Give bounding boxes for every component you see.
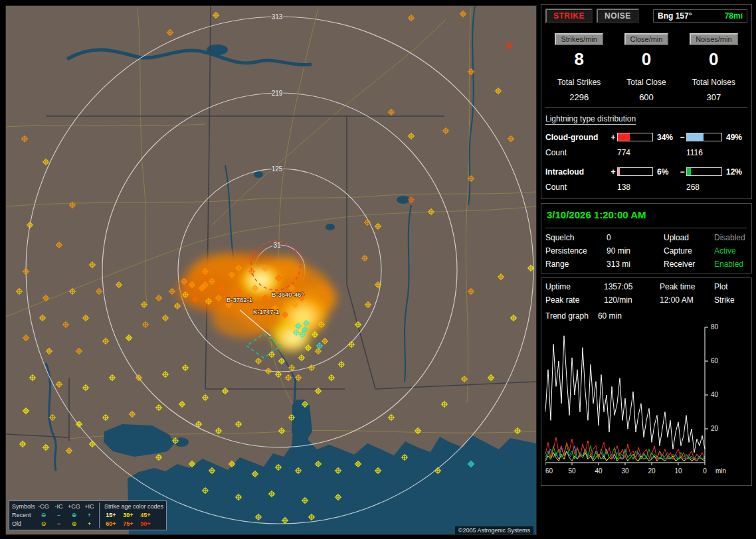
cloud-ground-label: Cloud-ground [545,133,609,142]
receiver-label: Receiver [664,260,714,269]
persistence-label: Persistence [545,246,607,256]
total-strikes-value: 2296 [545,92,613,102]
strike-map[interactable]: 31321912531 B-3782-1B-3640-46^K-1747-1 [6,6,536,534]
trend-graph-row: Trend graph 60 min [545,311,747,321]
ic-negative-bar [686,167,722,176]
svg-text:50: 50 [568,467,576,475]
trend-graph-value: 60 min [598,311,622,321]
upload-label: Upload [664,233,714,242]
svg-text:30: 30 [621,467,629,475]
map-legend-body: Symbols-CG-IC+CG+ICStrike age color code… [12,502,163,528]
status-panel: 3/10/2026 1:20:00 AM Squelch 0 Upload Di… [541,203,752,273]
svg-text:40: 40 [711,391,719,398]
capture-value: Active [714,246,747,256]
uptime-value: 1357:05 [604,282,660,291]
bearing-distance: 78mi [725,11,743,21]
cloud-ground-count-row: Count 774 1116 [545,145,747,160]
close-per-min-button[interactable]: Close/min [624,33,669,45]
control-panel: STRIKE NOISE Bng 157° 78mi Strikes/min 8… [541,4,752,535]
ic-positive-count: 138 [617,183,656,192]
ic-negative-pct: 12% [725,167,747,177]
svg-text:min: min [715,467,726,475]
svg-text:B-3640-46^: B-3640-46^ [272,291,304,298]
minus-sign: − [678,133,686,142]
total-strikes-label: Total Strikes [545,78,613,87]
app-window: 31321912531 B-3782-1B-3640-46^K-1747-1 S… [0,0,756,539]
info-grid: Uptime 1357:05 Peak time Plot Peak rate … [545,282,747,305]
svg-text:20: 20 [648,467,656,475]
rates-row: Strikes/min 8 Close/min 0 Noises/min 0 [545,33,747,70]
svg-text:60: 60 [711,357,719,364]
range-label: Range [545,260,607,269]
close-per-min-value: 0 [613,49,680,70]
svg-text:K-1747-1: K-1747-1 [253,308,279,315]
svg-text:B-3782-1: B-3782-1 [227,296,252,303]
uptime-label: Uptime [545,282,604,291]
total-noises-value: 307 [680,92,747,102]
strikes-per-min-value: 8 [545,49,613,70]
intracloud-row: Intracloud + 6% − 12% [545,164,747,179]
receiver-value: Enabled [714,260,747,269]
ic-positive-bar [617,167,653,176]
svg-text:313: 313 [272,13,283,21]
svg-text:20: 20 [711,425,719,432]
peak-rate-value: 120/min [604,295,660,305]
map-area: 31321912531 B-3782-1B-3640-46^K-1747-1 S… [5,5,537,535]
range-value: 313 mi [607,260,664,269]
cg-positive-bar [617,133,653,141]
svg-text:10: 10 [674,467,682,475]
svg-text:125: 125 [272,165,283,173]
plus-sign: + [609,167,617,177]
peak-rate-label: Peak rate [545,295,604,305]
trend-chart: 806040206050403020100min [545,323,738,481]
cg-negative-count: 1116 [686,148,725,157]
map-legend: Symbols-CG-IC+CG+ICStrike age color code… [9,501,167,530]
squelch-label: Squelch [545,233,607,242]
distribution-title: Lightning type distribution [545,112,747,124]
cg-positive-pct: 34% [656,133,678,142]
intracloud-count-row: Count 138 268 [545,179,747,194]
bearing-label: Bng 157° [658,11,692,21]
status-grid: Squelch 0 Upload Disabled Persistence 90… [545,233,747,269]
plot-value: Strike [714,295,747,305]
svg-text:60: 60 [545,467,553,475]
noises-per-min-value: 0 [680,49,747,70]
persistence-value: 90 min [607,246,664,256]
plot-label: Plot [714,282,747,291]
count-label: Count [545,183,609,192]
svg-text:0: 0 [703,467,707,475]
svg-text:40: 40 [595,467,603,475]
noises-per-min-button[interactable]: Noises/min [690,33,737,45]
strikes-per-min-button[interactable]: Strikes/min [555,33,603,45]
cg-negative-pct: 49% [725,133,747,142]
cg-positive-count: 774 [617,148,656,157]
strike-button[interactable]: STRIKE [545,9,593,23]
totals-row: Total Strikes 2296 Total Close 600 Total… [545,78,747,102]
intracloud-label: Intracloud [545,167,609,177]
minus-sign: − [678,167,686,177]
stats-panel: STRIKE NOISE Bng 157° 78mi Strikes/min 8… [541,4,752,199]
svg-text:31: 31 [273,242,281,249]
datetime-display: 3/10/2026 1:20:00 AM [545,208,747,223]
total-close-label: Total Close [613,78,680,87]
noise-button[interactable]: NOISE [597,9,639,23]
cg-negative-bar [686,133,722,141]
divider [545,228,747,228]
plus-sign: + [609,133,617,142]
trend-graph-label: Trend graph [545,311,589,321]
copyright-text: ©2005 Astrogenic Systems [455,526,533,534]
peak-time-label: Peak time [660,282,714,291]
peak-time-value: 12:00 AM [660,295,714,305]
capture-label: Capture [664,246,714,256]
ic-positive-pct: 6% [656,167,678,177]
ic-negative-count: 268 [686,183,725,192]
divider [545,107,747,108]
total-noises-label: Total Noises [680,78,747,87]
count-label: Count [545,148,609,157]
upload-value: Disabled [714,233,747,242]
cloud-ground-row: Cloud-ground + 34% − 49% [545,129,747,145]
bearing-display: Bng 157° 78mi [653,9,747,23]
trend-panel: Uptime 1357:05 Peak time Plot Peak rate … [541,277,752,486]
svg-text:80: 80 [711,323,719,331]
svg-text:219: 219 [272,90,283,97]
